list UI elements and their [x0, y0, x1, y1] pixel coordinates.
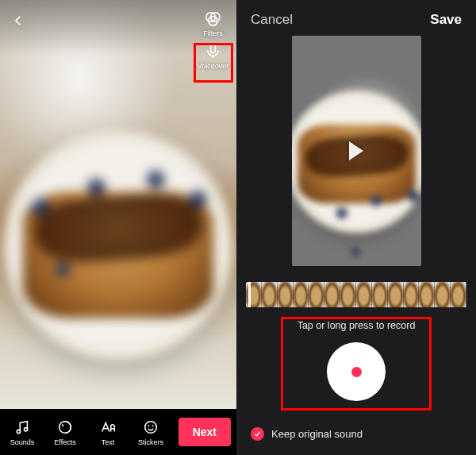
cancel-button[interactable]: Cancel: [251, 12, 293, 28]
svg-point-7: [145, 421, 157, 433]
edit-screen: Filters Voiceover Sounds Effects: [0, 0, 236, 455]
filters-label: Filters: [203, 29, 223, 37]
svg-rect-3: [211, 44, 216, 53]
next-button[interactable]: Next: [178, 418, 231, 446]
chevron-left-icon: [11, 13, 25, 28]
microphone-icon: [204, 42, 222, 60]
filters-icon: [204, 10, 222, 28]
voiceover-tool[interactable]: Voiceover: [195, 42, 231, 70]
stickers-label: Stickers: [138, 438, 163, 446]
music-note-icon: [13, 418, 31, 436]
effects-label: Effects: [54, 438, 75, 446]
text-icon: [99, 418, 117, 436]
checkmark-icon: [251, 427, 264, 441]
sounds-label: Sounds: [10, 438, 35, 446]
record-hint: Tap or long press to record: [298, 320, 416, 331]
timeline-filmstrip[interactable]: [246, 282, 466, 307]
voiceover-label: Voiceover: [198, 62, 229, 70]
save-button[interactable]: Save: [430, 12, 462, 28]
effects-icon: [56, 418, 74, 436]
record-dot-icon: [351, 367, 362, 377]
header: Cancel Save: [236, 0, 476, 36]
keep-original-sound-toggle[interactable]: Keep original sound: [251, 427, 363, 441]
filters-tool[interactable]: Filters: [195, 10, 231, 37]
playhead[interactable]: [248, 282, 251, 307]
record-area: Tap or long press to record: [236, 320, 476, 401]
voiceover-screen: Cancel Save Tap or long press to record: [236, 0, 476, 455]
back-button[interactable]: [8, 10, 29, 31]
svg-point-4: [17, 430, 20, 433]
sounds-tool[interactable]: Sounds: [4, 418, 40, 446]
effects-tool[interactable]: Effects: [47, 418, 83, 446]
side-toolbar: Filters Voiceover: [195, 10, 231, 70]
bottom-toolbar: Sounds Effects Text Stickers Ne: [0, 409, 236, 455]
svg-point-8: [148, 425, 149, 426]
keep-original-label: Keep original sound: [271, 428, 363, 440]
text-label: Text: [102, 438, 115, 446]
play-icon: [349, 141, 363, 160]
stickers-tool[interactable]: Stickers: [132, 418, 169, 446]
svg-point-5: [24, 427, 27, 430]
text-tool[interactable]: Text: [90, 418, 126, 446]
svg-point-9: [152, 425, 154, 426]
sticker-icon: [142, 418, 159, 436]
record-button[interactable]: [327, 342, 386, 401]
video-preview-small[interactable]: [292, 36, 421, 266]
